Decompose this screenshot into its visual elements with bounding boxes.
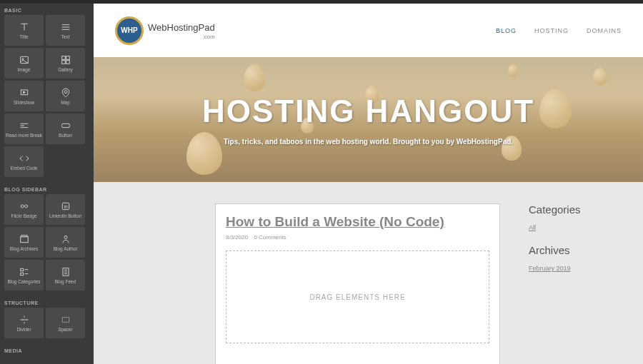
svg-point-15	[64, 236, 67, 238]
slideshow-icon	[19, 87, 30, 98]
blog-post[interactable]: How to Build a Website (No Code) 8/3/202…	[215, 203, 500, 364]
balloon-decor	[186, 132, 222, 175]
category-all-link[interactable]: All	[529, 224, 622, 231]
widget-sidebar: BASIC Title Text Image Gallery Slideshow…	[0, 4, 94, 364]
tile-feed[interactable]: Blog Feed	[46, 260, 85, 290]
svg-rect-17	[20, 273, 23, 275]
spacer-icon	[60, 314, 71, 325]
svg-rect-19	[62, 318, 69, 323]
svg-rect-3	[66, 56, 69, 60]
main-nav: BLOG HOSTING DOMAINS	[496, 27, 622, 34]
svg-rect-13	[20, 237, 28, 243]
author-icon	[60, 233, 71, 245]
map-icon	[60, 87, 71, 98]
section-blog-sidebar: BLOG SIDEBAR	[0, 183, 94, 194]
categories-title: Categories	[529, 203, 622, 216]
divider-icon	[19, 314, 30, 325]
svg-text:in: in	[64, 204, 67, 209]
svg-rect-14	[21, 236, 27, 237]
balloon-decor	[244, 64, 265, 91]
break-icon	[19, 120, 30, 131]
logo[interactable]: WHP WebHostingPad .com	[115, 16, 215, 45]
tile-image[interactable]: Image	[4, 48, 44, 79]
svg-rect-16	[20, 268, 23, 271]
archive-link[interactable]: February 2019	[529, 265, 622, 272]
tile-readmore[interactable]: Read more Break	[4, 113, 44, 144]
section-structure: STRUCTURE	[0, 296, 94, 308]
post-title[interactable]: How to Build a Website (No Code)	[226, 214, 489, 230]
tile-title[interactable]: Title	[4, 15, 44, 46]
tile-author[interactable]: Blog Author	[46, 227, 85, 258]
code-icon	[19, 153, 30, 164]
tile-linkedin[interactable]: inLinkedIn Button	[46, 194, 85, 225]
linkedin-icon: in	[60, 201, 71, 212]
blog-sidebar: Categories All Archives February 2019	[529, 203, 622, 364]
hero-title: HOSTING HANGOUT	[202, 93, 534, 129]
balloon-decor	[539, 89, 572, 128]
logo-badge: WHP	[115, 16, 144, 45]
canvas[interactable]: WHP WebHostingPad .com BLOG HOSTING DOMA…	[94, 4, 643, 364]
section-media: MEDIA	[0, 344, 94, 355]
text-icon	[60, 21, 71, 33]
tile-text[interactable]: Text	[46, 15, 85, 46]
tile-archives[interactable]: Blog Archives	[4, 227, 44, 258]
categories-icon	[19, 266, 30, 278]
logo-sub: .com	[148, 34, 215, 40]
tile-embed[interactable]: Embed Code	[4, 146, 44, 177]
svg-point-10	[24, 205, 27, 208]
balloon-decor	[593, 68, 607, 86]
gallery-icon	[60, 54, 71, 66]
svg-rect-8	[61, 123, 69, 127]
svg-rect-2	[61, 56, 65, 60]
tile-spacer[interactable]: Spacer	[46, 308, 85, 338]
svg-rect-4	[61, 61, 65, 64]
section-basic: BASIC	[0, 4, 94, 15]
tile-flickr[interactable]: Flickr Badge	[4, 194, 44, 225]
post-date: 8/3/2020	[226, 234, 248, 241]
flickr-icon	[19, 201, 30, 212]
archives-title: Archives	[529, 244, 622, 256]
nav-blog[interactable]: BLOG	[496, 27, 517, 34]
tile-map[interactable]: Map	[46, 81, 85, 111]
post-meta: 8/3/2020 0 Comments	[226, 234, 489, 241]
balloon-decor	[508, 64, 518, 77]
site-header: WHP WebHostingPad .com BLOG HOSTING DOMA…	[94, 4, 643, 57]
nav-domains[interactable]: DOMAINS	[587, 27, 622, 34]
feed-icon	[60, 266, 71, 278]
logo-text: WebHostingPad	[148, 22, 215, 33]
tile-button[interactable]: Button	[46, 113, 85, 144]
tile-categories[interactable]: Blog Categories	[4, 260, 44, 290]
svg-point-9	[21, 205, 24, 208]
hero-banner: HOSTING HANGOUT Tips, tricks, and taboos…	[94, 57, 643, 182]
svg-point-1	[22, 59, 24, 60]
image-icon	[19, 54, 30, 66]
archives-icon	[19, 233, 30, 245]
svg-rect-5	[66, 61, 69, 64]
nav-hosting[interactable]: HOSTING	[534, 27, 569, 34]
title-icon	[19, 21, 30, 33]
drop-zone[interactable]: DRAG ELEMENTS HERE	[226, 251, 489, 343]
post-comments[interactable]: 0 Comments	[254, 234, 286, 241]
button-icon	[60, 120, 71, 131]
svg-point-7	[64, 91, 67, 93]
tile-divider[interactable]: Divider	[4, 308, 44, 338]
tile-gallery[interactable]: Gallery	[46, 48, 85, 79]
hero-subtitle: Tips, tricks, and taboos in the web host…	[224, 138, 513, 146]
tile-slideshow[interactable]: Slideshow	[4, 81, 44, 111]
